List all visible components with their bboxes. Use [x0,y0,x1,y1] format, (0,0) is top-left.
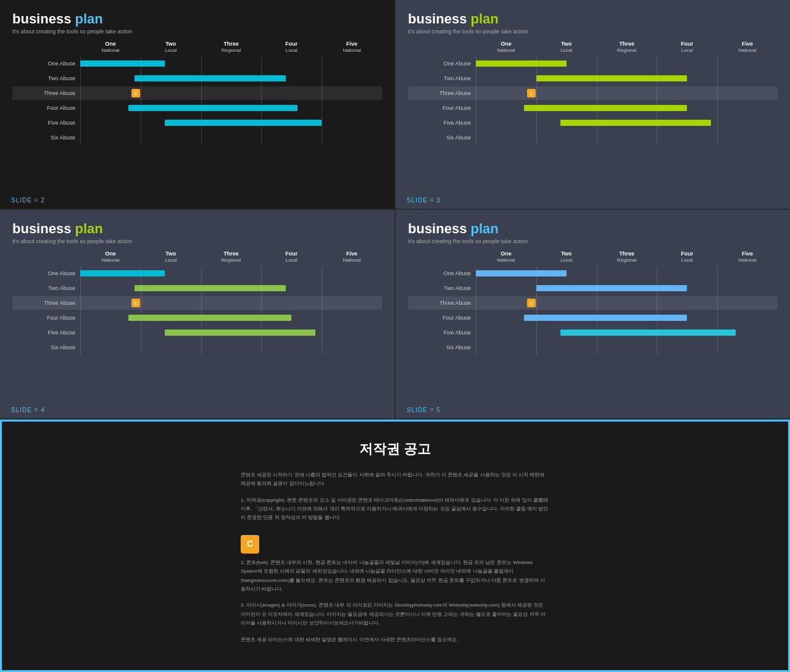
slide-2: business plan it's about creating the to… [0,0,394,209]
brand-subtitle-s2: it's about creating the tools so people … [12,28,382,35]
bar [536,285,688,291]
bar-area [80,341,382,354]
row-one-s5: One Abuse [408,267,778,280]
chart-body-s4: One Abuse Two Abuse Three Abuse C Four A… [12,267,382,354]
col-two-s3: TwoLocal [536,41,597,53]
row-six-s2: Six Abuse [12,131,382,144]
col-five-s5: FiveNational [717,251,778,263]
col-one-s2: OneNational [80,41,141,53]
bar-area [80,326,382,339]
row-four-s2: Four Abuse [12,101,382,115]
bar [128,105,297,111]
col-five-s2: FiveNational [322,41,382,53]
col-headers-s5: OneNational TwoLocal ThreeRegional FourL… [476,251,778,263]
bar-area [80,281,382,295]
row-label: Two Abuse [408,285,476,291]
copyright-title: 저작권 공고 [359,440,431,458]
col-three-s3: ThreeRegional [597,41,657,53]
row-five-s2: Five Abuse [12,116,382,130]
copyright-section-0: 콘텐츠 세공은 시작하기 전에 나름의 법적인 요건들이 사회에 알려 주시기 … [241,471,549,489]
row-label: Six Abuse [12,135,80,141]
row-label: Four Abuse [408,315,476,321]
marker-s5: C [527,299,536,307]
col-four-s2: FourLocal [261,41,322,53]
brand-title-s5: business plan [408,221,778,237]
bar-area [80,57,382,70]
row-label: Three Abuse [408,300,476,306]
chart-body-s3: One Abuse Two Abuse Three Abuse C Four A… [408,57,778,144]
row-four-s4: Four Abuse [12,311,382,325]
row-label: Three Abuse [12,300,80,306]
bar-area [476,341,778,354]
col-one-s5: OneNational [476,251,536,263]
row-two-s4: Two Abuse [12,281,382,295]
bar-area: C [80,86,382,100]
slide-5: business plan it's about creating the to… [396,210,790,418]
col-four-s4: FourLocal [261,251,322,263]
row-one-s3: One Abuse [408,57,778,70]
col-one-s3: OneNational [476,41,536,53]
col-five-s4: FiveNational [322,251,382,263]
bar [560,120,712,126]
bar [80,270,165,276]
col-headers-s3: OneNational TwoLocal ThreeRegional FourL… [476,41,778,53]
row-two-s2: Two Abuse [12,72,382,85]
bar-area [476,116,778,130]
bar [135,285,286,291]
row-three-s3: Three Abuse C [408,86,778,100]
row-label: Four Abuse [12,105,80,111]
bar [165,120,322,126]
row-label: Two Abuse [12,285,80,291]
row-label: Six Abuse [12,344,80,351]
col-two-s4: TwoLocal [141,251,201,263]
col-headers-s2: OneNational TwoLocal ThreeRegional FourL… [80,41,382,53]
marker-s2: C [131,89,140,97]
copyright-section-3: 3. 아이시(images) & 아이거(icons): 콘텐츠 내부 의 아이… [241,601,549,628]
row-label: One Abuse [408,60,476,67]
bar-area [476,72,778,85]
bar [80,60,165,67]
row-label: Three Abuse [12,90,80,96]
row-label: Six Abuse [408,344,476,351]
row-six-s5: Six Abuse [408,341,778,354]
chart-area-s3: OneNational TwoLocal ThreeRegional FourL… [408,41,778,144]
slide-3: business plan it's about creating the to… [396,0,790,209]
bar [560,330,736,336]
slide-number-s2: SLIDE = 2 [11,197,45,204]
bar-area [80,311,382,325]
row-label: Two Abuse [12,75,80,81]
col-four-s3: FourLocal [657,41,717,53]
bar-area [476,57,778,70]
row-one-s2: One Abuse [12,57,382,70]
brand-title-s3: business plan [408,11,778,27]
bar-area [476,267,778,280]
bar [128,315,291,321]
row-five-s3: Five Abuse [408,116,778,130]
bar [536,75,688,81]
row-label: Five Abuse [12,330,80,336]
row-label: Four Abuse [408,105,476,111]
col-two-s5: TwoLocal [536,251,597,263]
row-five-s4: Five Abuse [12,326,382,339]
marker-s4: C [131,299,140,307]
row-three-s5: Three Abuse C [408,296,778,310]
bar-area [80,131,382,144]
slide-number-s4: SLIDE = 4 [11,407,45,413]
slide-number-s3: SLIDE = 3 [407,197,441,204]
row-label: Two Abuse [408,75,476,81]
col-three-s4: ThreeRegional [201,251,262,263]
row-five-s5: Five Abuse [408,326,778,339]
slide-4: business plan it's about creating the to… [0,210,394,418]
bar-area [476,311,778,325]
row-six-s4: Six Abuse [12,341,382,354]
bar [135,75,286,81]
brand-title-s4: business plan [12,221,382,237]
copyright-section-2: 2. 폰트(font): 콘텐츠 내부의 시럿, 현금 폰트는 네이버 나눔글꼴… [241,558,549,594]
chart-body-s2: One Abuse Two Abuse Three Abuse C Four A… [12,57,382,144]
col-headers-s4: OneNational TwoLocal ThreeRegional FourL… [80,251,382,263]
row-two-s3: Two Abuse [408,72,778,85]
bar-area [476,101,778,115]
bar-area: C [476,296,778,310]
row-label: One Abuse [12,60,80,67]
chart-body-s5: One Abuse Two Abuse Three Abuse C Four A… [408,267,778,354]
